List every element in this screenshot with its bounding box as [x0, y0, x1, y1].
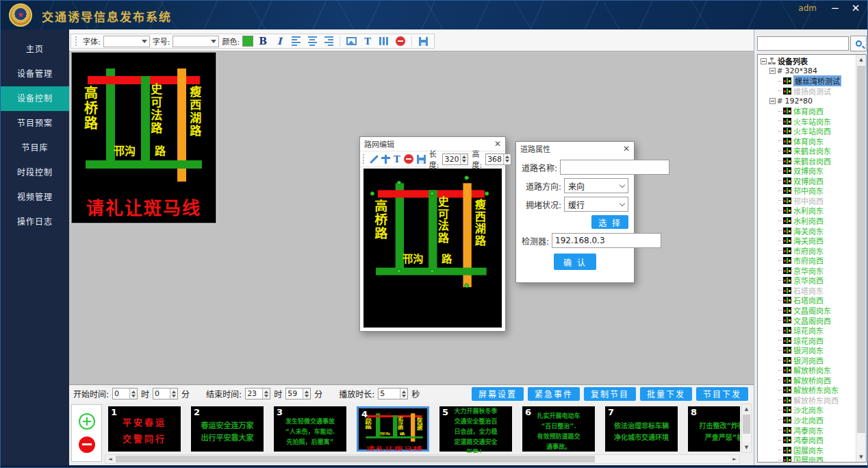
align-left-button[interactable] [289, 35, 303, 47]
tree-item-group[interactable]: #320*384 [759, 66, 855, 77]
height-spin-buttons[interactable] [503, 154, 511, 164]
tree-item-device[interactable]: 维扬岗测试 [759, 86, 855, 97]
intersection-tool-button[interactable] [381, 153, 390, 165]
tree-item-device[interactable]: 水利岗东 [759, 206, 855, 216]
color-swatch[interactable] [242, 36, 253, 47]
tree-item-device[interactable]: 鸿泰岗东 [759, 425, 855, 435]
start-minute-spinner[interactable]: 0 [153, 388, 178, 399]
drag-handle[interactable] [464, 284, 469, 288]
playlist-item-8[interactable]: 8打击整改“炸街”严查严惩“机 [688, 406, 740, 452]
tree-item-device[interactable]: 解放桥岗东 [759, 365, 855, 375]
tree-item-device[interactable]: 火车站岗西 [759, 126, 855, 136]
line-tool-button[interactable] [370, 153, 378, 165]
copy-program-button[interactable]: 复制节目 [584, 387, 636, 401]
tree-expander-icon[interactable] [769, 68, 776, 74]
save-tool-button[interactable] [417, 153, 426, 165]
minimize-button[interactable]: − [829, 2, 841, 14]
delete-tool-button[interactable] [404, 153, 413, 165]
confirm-button[interactable]: 确 认 [554, 254, 596, 270]
tree-item-device[interactable]: 石塔岗西 [759, 295, 855, 306]
duration-spinner[interactable]: 5 [378, 388, 408, 399]
tree-item-device[interactable]: 国展岗东 [759, 445, 855, 455]
tree-item-device[interactable]: 京华岗西 [759, 275, 855, 286]
scroll-right-arrow[interactable]: ► [730, 455, 739, 463]
tree-expander-icon[interactable] [769, 98, 776, 104]
tree-item-device[interactable]: 琼花岗东 [759, 325, 855, 336]
sidebar-item-1[interactable]: 设备管理 [1, 62, 69, 86]
playlist-item-3[interactable]: 3发生轻微交通事故“人未伤，车能动.先拍照，后撤离” [274, 406, 346, 452]
batch-send-button[interactable]: 批量下发 [640, 387, 692, 401]
italic-button[interactable]: I [272, 35, 286, 47]
drag-handle[interactable] [397, 181, 402, 185]
road-name-input[interactable] [560, 160, 669, 175]
tree-item-device[interactable]: 邗中岗东 [759, 186, 855, 196]
drag-handle[interactable] [397, 269, 402, 273]
playlist-item-2[interactable]: 2春运安全连万家出行平安靠大家 [191, 406, 264, 452]
search-button[interactable] [850, 36, 867, 51]
tree-item-device[interactable]: 邗中岗西 [759, 196, 855, 206]
tree-item-device[interactable]: 来鹤台岗东 [759, 146, 855, 156]
tree-item-device[interactable]: 双博岗西 [759, 176, 855, 186]
save-button[interactable] [416, 35, 430, 47]
tree-item-device[interactable]: 来鹤台岗西 [759, 156, 855, 166]
close-button[interactable]: ✕ [850, 2, 862, 14]
remove-program-button[interactable] [79, 436, 95, 453]
drag-handle[interactable] [430, 269, 435, 273]
crosswalk-button[interactable] [377, 35, 391, 47]
tree-item-device[interactable]: 市府岗西 [759, 256, 855, 266]
road-network-canvas[interactable]: 高桥路史可法路瘦西湖路邗沟路 [363, 169, 502, 328]
select-detector-button[interactable]: 选 择 [591, 215, 628, 229]
props-close-icon[interactable]: ✕ [623, 144, 630, 153]
scroll-down-arrow[interactable]: ▼ [856, 452, 866, 462]
sidebar-item-7[interactable]: 操作日志 [1, 210, 69, 234]
sidebar-item-0[interactable]: 主页 [1, 37, 69, 62]
start-hour-spin-buttons[interactable] [129, 389, 137, 399]
text-button[interactable]: T [361, 35, 374, 47]
tree-item-device[interactable]: 海关岗东 [759, 225, 855, 236]
scroll-up-arrow[interactable]: ▲ [742, 404, 751, 414]
align-center-button[interactable] [305, 35, 319, 47]
congestion-select[interactable]: 缓行 [564, 197, 628, 212]
playlist-item-4[interactable]: 4高桥路史可法路瘦西湖路邗沟路请礼让斑马线 [357, 406, 429, 452]
scroll-up-arrow[interactable]: ▲ [856, 55, 866, 64]
duration-spin-buttons[interactable] [400, 389, 407, 399]
scroll-down-arrow[interactable]: ▼ [742, 443, 751, 452]
add-program-button[interactable] [79, 413, 95, 430]
device-search-input[interactable] [757, 36, 849, 51]
align-right-button[interactable] [322, 35, 335, 47]
playlist-item-5[interactable]: 5大力开展秋冬季交通安全整治百日会战，全力稳定道路交通安全形势！ [439, 406, 512, 452]
tree-item-device[interactable]: 水利岗西 [759, 216, 855, 226]
playlist-vertical-scrollbar[interactable]: ▲ ▼ [741, 404, 752, 453]
font-select[interactable] [103, 36, 150, 47]
tree-item-device[interactable]: 鸿泰岗西 [759, 435, 855, 445]
tree-item-root[interactable]: 设备列表 [759, 56, 855, 66]
end-minute-spinner[interactable]: 59 [285, 388, 311, 399]
scrollbar-thumb[interactable] [857, 66, 865, 433]
tree-item-device[interactable]: 银河岗西 [759, 355, 855, 365]
tree-item-device[interactable]: 体育岗西 [759, 106, 855, 116]
editor-close-icon[interactable]: ✕ [494, 139, 501, 149]
text-tool-button[interactable]: T [394, 153, 400, 165]
end-minute-spin-buttons[interactable] [303, 389, 310, 399]
tree-item-device[interactable]: 双博岗东 [759, 166, 855, 176]
sidebar-item-2[interactable]: 设备控制 [1, 86, 69, 111]
playlist-horizontal-scrollbar[interactable]: ◄ ► [105, 454, 740, 464]
tree-item-device[interactable]: 体育岗东 [759, 136, 855, 146]
tree-item-device[interactable]: 螺丝湾桥测试 [759, 76, 855, 86]
tree-item-group[interactable]: #192*80 [759, 96, 855, 106]
scrollbar-thumb[interactable] [743, 415, 750, 434]
editor-toolbar-grip[interactable] [363, 154, 364, 164]
length-spin-buttons[interactable] [460, 154, 468, 164]
height-spinner[interactable]: 368 [485, 153, 511, 165]
tree-item-device[interactable]: 国展岗西 [759, 455, 855, 462]
size-select[interactable] [173, 36, 219, 47]
tree-item-device[interactable]: 沙北岗东 [759, 405, 855, 415]
drag-handle[interactable] [430, 191, 435, 195]
tree-item-device[interactable]: 文昌阁岗西 [759, 315, 855, 325]
tree-item-device[interactable]: 京华岗东 [759, 265, 855, 275]
tree-item-device[interactable]: 沙北岗西 [759, 415, 855, 426]
drag-handle[interactable] [464, 175, 469, 180]
tree-item-device[interactable]: 解放桥东岗西 [759, 395, 855, 406]
user-label[interactable]: adm [798, 3, 817, 13]
tree-expander-icon[interactable] [761, 58, 767, 64]
